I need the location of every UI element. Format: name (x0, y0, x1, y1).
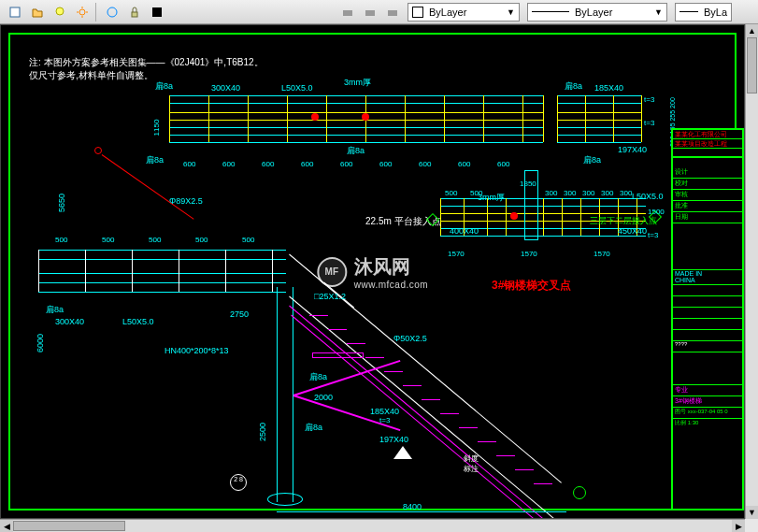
chevron-down-icon: ▼ (507, 7, 515, 17)
walkway-grid (38, 250, 286, 292)
dim-8400: 8400 (403, 502, 422, 511)
detail-railing-2 (557, 95, 641, 142)
label-floor3-entry: 三层下二层接入点 (590, 215, 657, 227)
label-t3: t=3 (644, 95, 654, 104)
open-icon[interactable] (27, 2, 48, 22)
project-line: 某某项目改造工程 (673, 139, 742, 149)
tb-dwg-name: 3#钢楼梯 (673, 396, 742, 408)
label-300x40: 300X40 (211, 83, 240, 93)
tb-row (673, 285, 742, 296)
label-185x40: 185X40 (594, 83, 623, 93)
combo-text: ByLa (704, 7, 727, 18)
scroll-right-icon[interactable]: ▶ (732, 520, 745, 532)
svg-point-1 (56, 7, 64, 15)
tb-row (673, 296, 742, 308)
tb-row: 审核 (673, 190, 742, 201)
color-icon[interactable] (147, 2, 167, 22)
svg-rect-4 (132, 12, 137, 17)
tb-row: 图号 xxx-037-04 05 0 (673, 408, 742, 419)
drawing-canvas: 注: 本图外方案参考相关图集——《02J401》中,T6B12。 仅尺寸参考,材… (1, 25, 744, 518)
label-intersection: 3#钢楼梯交叉点 (492, 278, 571, 294)
dim-600: 600 (222, 160, 235, 168)
dim-1570: 1570 (594, 250, 610, 258)
label-400x40: 400X40 (450, 226, 479, 236)
dim-600: 600 (183, 160, 195, 168)
dim-600: 600 (340, 160, 352, 168)
tb-spacer (673, 285, 742, 341)
project-line (673, 149, 742, 158)
dim-500: 500 (242, 236, 254, 244)
note-line1: 注: 本图外方案参考相关图集——《02J401》中,T6B12。 (29, 56, 264, 69)
dim-300: 300 (601, 189, 613, 197)
horizontal-scrollbar[interactable]: ◀ ▶ (0, 519, 745, 532)
svg-rect-7 (365, 10, 375, 16)
dim-500: 500 (55, 236, 67, 244)
dim-1850: 1850 (520, 180, 536, 188)
label-l50x5: L50X5.0 (122, 317, 154, 326)
dim-600: 600 (497, 160, 509, 168)
label-bian8a: 扁8a (46, 304, 64, 316)
axis-marker (573, 486, 586, 499)
scroll-thumb[interactable] (13, 521, 125, 531)
lightbulb-icon[interactable] (50, 2, 70, 22)
dim-500: 500 (195, 236, 207, 244)
svg-rect-5 (152, 7, 162, 17)
label-bian8a: 扁8a (305, 422, 322, 434)
linetype-combo[interactable]: ByLayer▼ (527, 3, 667, 22)
tb-row: 设计 (673, 167, 742, 179)
sun-icon[interactable] (72, 2, 93, 22)
dim-600: 600 (301, 160, 313, 168)
tb-row: ???? (673, 341, 742, 352)
label-bian8a: 扁8a (583, 154, 601, 166)
title-block: 某某化工有限公司 某某项目改造工程 设计 校对 审核 批准 日期 MADE IN… (671, 128, 744, 510)
label-bian8a: 扁8a (565, 80, 582, 93)
tb-row: 校对 (673, 179, 742, 190)
dim-500: 500 (470, 189, 482, 197)
color-combo[interactable]: ByLayer▼ (408, 3, 520, 22)
label-185x40: 185X40 (370, 407, 399, 416)
separator (95, 3, 99, 22)
dim-6000: 6000 (36, 334, 45, 352)
model-viewport[interactable]: 注: 本图外方案参考相关图集——《02J401》中,T6B12。 仅尺寸参考,材… (0, 24, 745, 519)
scroll-thumb[interactable] (747, 37, 757, 93)
line-swatch-icon (532, 11, 569, 12)
red-marker (510, 212, 518, 220)
dim-2000: 2000 (314, 393, 333, 402)
print1-icon[interactable] (337, 2, 358, 22)
label-197x40: 197X40 (618, 145, 647, 154)
label-300x40: 300X40 (55, 317, 84, 326)
dim-500: 500 (445, 189, 457, 197)
combo-text: ByLayer (429, 7, 466, 18)
lineweight-combo[interactable]: ByLa (675, 3, 732, 22)
top-toolbar: ByLayer▼ ByLayer▼ ByLa (0, 0, 758, 24)
tb-row: MADE INCHINA (673, 270, 742, 285)
dim-5650: 5650 (57, 194, 66, 212)
drawing-notes: 注: 本图外方案参考相关图集——《02J401》中,T6B12。 仅尺寸参考,材… (29, 56, 264, 82)
lock-icon[interactable] (124, 2, 145, 22)
freeze-icon[interactable] (102, 2, 122, 22)
new-icon[interactable] (5, 2, 25, 22)
label-bian8a: 扁8a (146, 154, 164, 166)
label-1500: 1500 (648, 208, 665, 216)
titleblock-header: 某某化工有限公司 某某项目改造工程 (673, 130, 742, 167)
dim-600: 600 (379, 160, 392, 168)
print2-icon[interactable] (360, 2, 380, 22)
grid-bubble: 2 8 (230, 474, 247, 491)
dim-line (277, 511, 566, 512)
scroll-down-icon[interactable]: ▼ (746, 506, 758, 519)
north-arrow-icon (393, 446, 412, 459)
tb-row (673, 308, 742, 319)
scroll-left-icon[interactable]: ◀ (0, 520, 13, 532)
label-bian8a: 扁8a (309, 371, 327, 383)
note-line2: 仅尺寸参考,材料单件自调整。 (29, 69, 264, 82)
vertical-scrollbar[interactable]: ▲ ▼ (745, 24, 758, 519)
slope-label: 斜度标注 (464, 453, 479, 474)
label-bian8a: 扁8a (155, 80, 173, 93)
label-450x40: 450X40 (618, 226, 647, 236)
tb-spacer (673, 223, 742, 270)
scroll-up-icon[interactable]: ▲ (746, 24, 758, 37)
print3-icon[interactable] (382, 2, 403, 22)
dim-600: 600 (458, 160, 470, 168)
dim-300: 300 (620, 189, 632, 197)
steel-column (277, 287, 293, 502)
